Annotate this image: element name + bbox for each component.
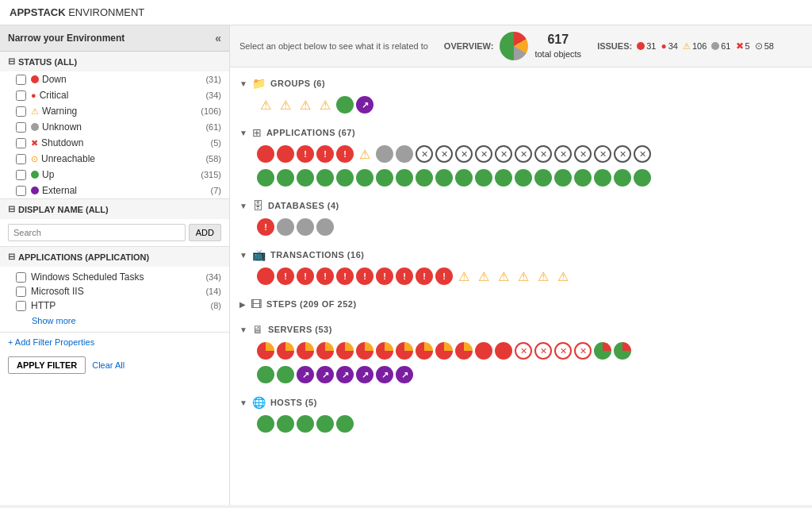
app-green-19[interactable] [614,169,631,187]
groups-header[interactable]: ▼ 📁 GROUPS (6) [239,74,802,93]
server-obj-6[interactable] [356,342,373,360]
filter-checkbox-iis[interactable] [16,287,26,297]
server-obj-9[interactable] [416,342,433,360]
group-obj-2[interactable]: ⚠ [277,96,294,114]
app-green-14[interactable] [515,169,532,187]
app-obj-12[interactable]: ✕ [475,145,492,163]
app-green-5[interactable] [336,169,354,187]
app-obj-3[interactable]: ! [297,145,314,163]
tx-obj-13[interactable]: ⚠ [495,267,512,285]
steps-header[interactable]: ▶ 🎞 STEPS (209 OF 252) [239,294,802,314]
server-purple-4[interactable]: ↗ [356,366,373,383]
servers-header[interactable]: ▼ 🖥 SERVERS (53) [239,320,802,339]
server-obj-15[interactable]: ✕ [534,342,552,360]
tx-obj-8[interactable]: ! [396,267,413,285]
server-purple-3[interactable]: ↗ [336,366,354,383]
host-obj-2[interactable] [277,415,294,433]
app-obj-10[interactable]: ✕ [435,145,453,163]
app-green-12[interactable] [475,169,492,187]
transactions-header[interactable]: ▼ 📺 TRANSACTIONS (16) [239,245,802,264]
db-obj-2[interactable] [277,218,294,236]
app-obj-9[interactable]: ✕ [416,145,433,163]
host-obj-1[interactable] [257,415,274,433]
group-obj-5[interactable] [336,96,354,114]
group-obj-4[interactable]: ⚠ [316,96,334,114]
group-obj-3[interactable]: ⚠ [297,96,314,114]
app-obj-13[interactable]: ✕ [495,145,512,163]
app-green-18[interactable] [594,169,611,187]
app-green-8[interactable] [396,169,413,187]
server-obj-12[interactable] [475,342,492,360]
app-obj-16[interactable]: ✕ [554,145,572,163]
collapse-button[interactable]: « [215,32,221,44]
tx-obj-6[interactable]: ! [356,267,373,285]
group-obj-1[interactable]: ⚠ [257,96,274,114]
status-checkbox-warning[interactable] [16,106,26,117]
server-obj-2[interactable] [277,342,294,360]
tx-obj-4[interactable]: ! [316,267,334,285]
db-obj-3[interactable] [297,218,314,236]
filter-checkbox-http[interactable] [16,301,26,311]
server-obj-8[interactable] [396,342,413,360]
server-green-2[interactable] [277,366,294,383]
applications-header[interactable]: ▼ ⊞ APPLICATIONS (67) [239,123,802,142]
server-purple-1[interactable]: ↗ [297,366,314,383]
status-section-title[interactable]: ⊟ STATUS (ALL) [0,52,229,71]
display-name-section-title[interactable]: ⊟ DISPLAY NAME (ALL) [0,199,229,219]
group-obj-6[interactable]: ↗ [356,96,373,114]
app-green-4[interactable] [316,169,334,187]
clear-all-link[interactable]: Clear All [92,360,124,370]
tx-obj-7[interactable]: ! [376,267,393,285]
app-obj-7[interactable] [376,145,393,163]
app-green-1[interactable] [257,169,274,187]
add-button[interactable]: ADD [189,224,221,241]
server-obj-3[interactable] [297,342,314,360]
server-obj-13[interactable] [495,342,512,360]
server-obj-19[interactable] [614,342,631,360]
app-obj-5[interactable]: ! [336,145,354,163]
status-checkbox-unreachable[interactable] [16,154,26,164]
hosts-header[interactable]: ▼ 🌐 HOSTS (5) [239,393,802,412]
app-green-17[interactable] [574,169,592,187]
app-obj-4[interactable]: ! [316,145,334,163]
app-obj-18[interactable]: ✕ [594,145,611,163]
tx-obj-15[interactable]: ⚠ [534,267,552,285]
server-obj-10[interactable] [435,342,453,360]
app-obj-19[interactable]: ✕ [614,145,631,163]
app-obj-15[interactable]: ✕ [534,145,552,163]
server-purple-2[interactable]: ↗ [316,366,334,383]
applications-filter-title[interactable]: ⊟ APPLICATIONS (APPLICATION) [0,247,229,267]
filter-checkbox-wst[interactable] [16,272,26,283]
db-obj-4[interactable] [316,218,334,236]
status-checkbox-critical[interactable] [16,90,26,101]
host-obj-3[interactable] [297,415,314,433]
status-checkbox-up[interactable] [16,170,26,180]
app-obj-11[interactable]: ✕ [455,145,473,163]
app-obj-6[interactable]: ⚠ [356,145,373,163]
app-green-7[interactable] [376,169,393,187]
db-obj-1[interactable]: ! [257,218,274,236]
tx-obj-3[interactable]: ! [297,267,314,285]
host-obj-5[interactable] [336,415,354,433]
tx-obj-12[interactable]: ⚠ [475,267,492,285]
status-checkbox-down[interactable] [16,75,26,85]
server-obj-18[interactable] [594,342,611,360]
app-obj-14[interactable]: ✕ [515,145,532,163]
app-green-2[interactable] [277,169,294,187]
server-obj-4[interactable] [316,342,334,360]
status-checkbox-external[interactable] [16,186,26,196]
tx-obj-2[interactable]: ! [277,267,294,285]
server-obj-17[interactable]: ✕ [574,342,592,360]
server-green-1[interactable] [257,366,274,383]
server-obj-5[interactable] [336,342,354,360]
tx-obj-1[interactable] [257,267,274,285]
server-obj-14[interactable]: ✕ [515,342,532,360]
status-checkbox-unknown[interactable] [16,122,26,133]
server-obj-11[interactable] [455,342,473,360]
server-obj-1[interactable] [257,342,274,360]
app-green-13[interactable] [495,169,512,187]
tx-obj-5[interactable]: ! [336,267,354,285]
app-green-9[interactable] [416,169,433,187]
app-green-20[interactable] [634,169,651,187]
app-green-10[interactable] [435,169,453,187]
